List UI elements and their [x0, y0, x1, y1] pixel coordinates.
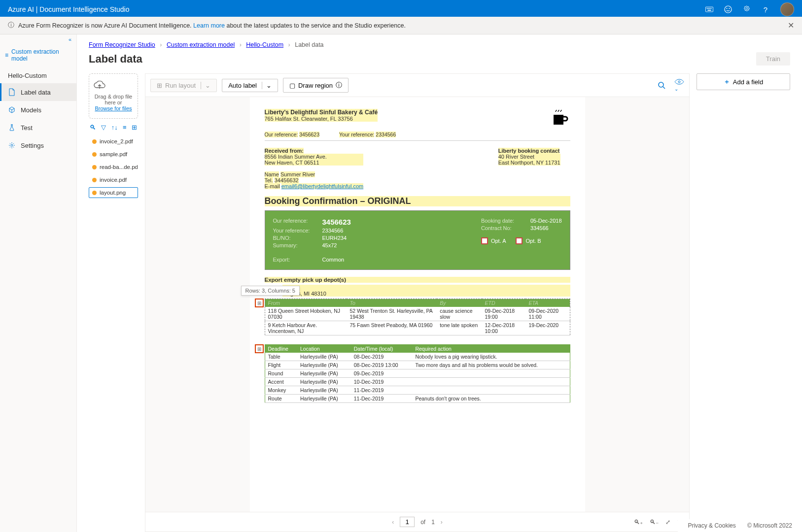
- keyboard-icon[interactable]: [705, 5, 713, 13]
- browse-link[interactable]: Browse for files: [93, 105, 134, 111]
- svg-rect-14: [554, 115, 563, 125]
- company-name: Liberty's Delightful Sinful Bakery & Caf…: [265, 109, 378, 116]
- footer: Privacy & Cookies © Microsoft 2022: [678, 519, 802, 532]
- sidebar-collapse-icon[interactable]: «: [0, 34, 76, 44]
- sidebar-item-models[interactable]: Models: [0, 101, 76, 119]
- zoom-in-icon[interactable]: 🔍︎₊: [634, 519, 643, 526]
- chevron-down-icon: ⌄: [201, 82, 210, 89]
- svg-rect-4: [711, 8, 712, 9]
- grid-view-icon[interactable]: ⊞: [132, 124, 137, 131]
- main: Form Recognizer Studio › Custom extracti…: [77, 34, 802, 532]
- page-title: Label data: [89, 53, 756, 66]
- svg-line-12: [663, 87, 665, 89]
- list-view-icon[interactable]: ≡: [123, 124, 127, 131]
- status-dot: [92, 178, 97, 182]
- fields-panel: ＋ Add a field: [697, 73, 790, 532]
- checkbox: [481, 237, 488, 244]
- file-item[interactable]: sample.pdf: [89, 149, 138, 160]
- file-item[interactable]: read-ba...de.pdf: [89, 162, 138, 172]
- cloud-upload-icon: [93, 81, 134, 91]
- chevron-down-icon: ⌄: [262, 82, 272, 89]
- file-item[interactable]: invoice_2.pdf: [89, 136, 138, 147]
- smile-icon[interactable]: [724, 5, 732, 13]
- document-page: Liberty's Delightful Sinful Bakery & Caf…: [250, 97, 585, 512]
- file-item[interactable]: invoice.pdf: [89, 174, 138, 185]
- page-input[interactable]: [400, 517, 415, 527]
- table-icon[interactable]: ⊞: [255, 344, 264, 353]
- shipment-table: From To By ETD ETA 118 Queen Street Hobo…: [265, 299, 570, 335]
- pager: ‹ of 1 › 🔍︎₊ 🔍︎₋ ⤢ ↻: [145, 512, 689, 532]
- banner-text: Azure Form Recognizer is now Azure AI Do…: [18, 22, 406, 29]
- svg-rect-5: [707, 10, 711, 11]
- breadcrumb-item[interactable]: Hello-Custom: [246, 41, 283, 48]
- cube-icon: [8, 106, 16, 114]
- table-tooltip: Rows: 3, Columns: 5: [241, 286, 300, 296]
- topbar: Azure AI | Document Intelligence Studio …: [0, 0, 802, 17]
- status-dot: [92, 165, 97, 169]
- sidebar-header[interactable]: ≡ Custom extraction model: [0, 44, 76, 66]
- auto-label-button[interactable]: Auto label ⌄: [222, 79, 278, 92]
- prev-page-icon[interactable]: ‹: [392, 519, 394, 526]
- search-icon[interactable]: [658, 81, 665, 89]
- close-icon[interactable]: ✕: [788, 21, 794, 30]
- svg-rect-3: [709, 8, 710, 9]
- breadcrumb-item[interactable]: Custom extraction model: [167, 41, 235, 48]
- svg-point-10: [11, 144, 13, 146]
- canvas-area: ⊞ Run layout ⌄ Auto label ⌄ ▢ Draw regio…: [145, 73, 690, 532]
- info-icon: ⓘ: [8, 21, 14, 30]
- avatar[interactable]: [780, 2, 794, 16]
- document-viewer[interactable]: Liberty's Delightful Sinful Bakery & Caf…: [145, 97, 689, 512]
- copyright: © Microsoft 2022: [747, 522, 792, 529]
- train-button[interactable]: Train: [756, 52, 790, 66]
- sidebar-project-name: Hello-Custom: [0, 66, 76, 83]
- zoom-out-icon[interactable]: 🔍︎₋: [650, 519, 659, 526]
- privacy-link[interactable]: Privacy & Cookies: [688, 522, 735, 529]
- svg-point-8: [729, 8, 730, 9]
- svg-point-9: [746, 7, 748, 9]
- search-icon[interactable]: 🔍︎: [90, 124, 96, 131]
- add-field-button[interactable]: ＋ Add a field: [697, 73, 790, 90]
- deadline-table: Deadline Location Date/Time (local) Requ…: [265, 344, 570, 403]
- company-address: 765 Halifax St. Clearwater, FL 33756: [265, 116, 378, 122]
- layout-icon: ⊞: [157, 82, 162, 89]
- run-layout-button[interactable]: ⊞ Run layout ⌄: [150, 79, 217, 92]
- info-banner: ⓘ Azure Form Recognizer is now Azure AI …: [0, 17, 802, 34]
- svg-point-11: [659, 82, 663, 87]
- filter-icon[interactable]: ▽: [101, 124, 106, 131]
- sidebar-item-settings[interactable]: Settings: [0, 136, 76, 154]
- svg-rect-0: [705, 7, 713, 12]
- status-dot: [92, 139, 97, 144]
- file-list: invoice_2.pdf sample.pdf read-ba...de.pd…: [89, 136, 138, 198]
- file-tools: 🔍︎ ▽ ↑↓ ≡ ⊞: [89, 119, 138, 136]
- svg-rect-1: [707, 8, 708, 9]
- next-page-icon[interactable]: ›: [441, 519, 443, 526]
- checkbox: [516, 237, 523, 244]
- svg-point-6: [725, 6, 732, 13]
- sidebar-item-label-data[interactable]: Label data: [0, 83, 76, 101]
- banner-link[interactable]: Learn more: [193, 22, 225, 29]
- svg-rect-2: [708, 8, 709, 9]
- booking-details-box: Our reference:3456623 Your reference:233…: [265, 210, 570, 270]
- sidebar: « ≡ Custom extraction model Hello-Custom…: [0, 34, 77, 532]
- fit-icon[interactable]: ⤢: [665, 519, 670, 526]
- breadcrumb: Form Recognizer Studio › Custom extracti…: [77, 34, 802, 48]
- info-icon: ⓘ: [336, 81, 342, 90]
- region-icon: ▢: [289, 82, 295, 89]
- canvas-toolbar: ⊞ Run layout ⌄ Auto label ⌄ ▢ Draw regio…: [145, 74, 689, 97]
- dropzone[interactable]: Drag & drop file here or Browse for file…: [89, 73, 138, 119]
- app-title: Azure AI | Document Intelligence Studio: [8, 5, 705, 13]
- files-panel: Drag & drop file here or Browse for file…: [89, 73, 138, 532]
- eye-icon[interactable]: ⌄: [674, 79, 684, 92]
- table-icon[interactable]: ⊞: [255, 299, 264, 307]
- status-dot: [92, 152, 97, 157]
- sidebar-item-test[interactable]: Test: [0, 119, 76, 136]
- chevron-down-icon: ⌄: [674, 86, 678, 92]
- breadcrumb-item[interactable]: Form Recognizer Studio: [89, 41, 155, 48]
- flask-icon: [8, 124, 16, 132]
- section-title: Booking Confirmation – ORIGINAL: [265, 196, 570, 206]
- file-item[interactable]: layout.png: [89, 187, 138, 198]
- gear-icon[interactable]: [743, 5, 751, 13]
- draw-region-button[interactable]: ▢ Draw region ⓘ: [283, 78, 349, 93]
- sort-icon[interactable]: ↑↓: [111, 124, 118, 131]
- help-icon[interactable]: ?: [762, 5, 769, 13]
